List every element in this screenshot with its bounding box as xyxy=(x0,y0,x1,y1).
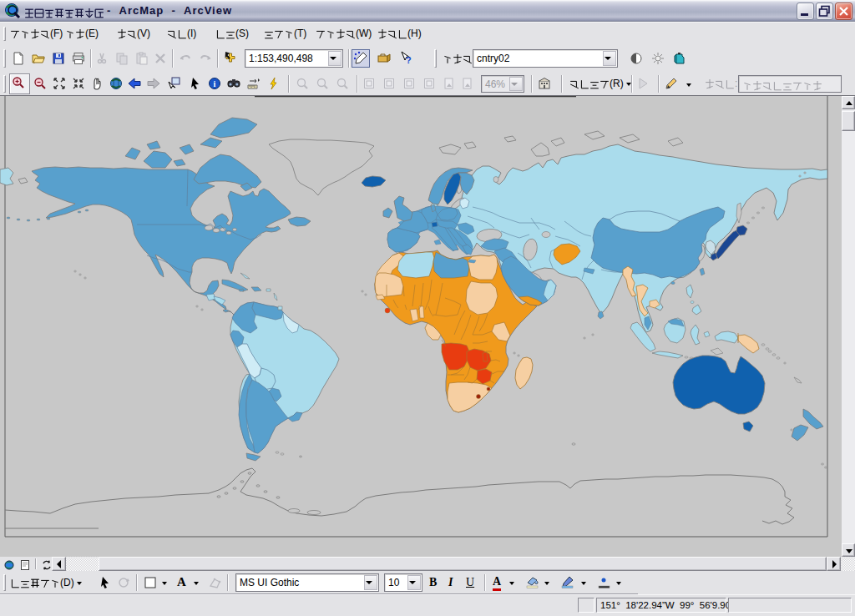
svg-text:i: i xyxy=(214,79,216,88)
svg-text:?: ? xyxy=(406,55,412,64)
